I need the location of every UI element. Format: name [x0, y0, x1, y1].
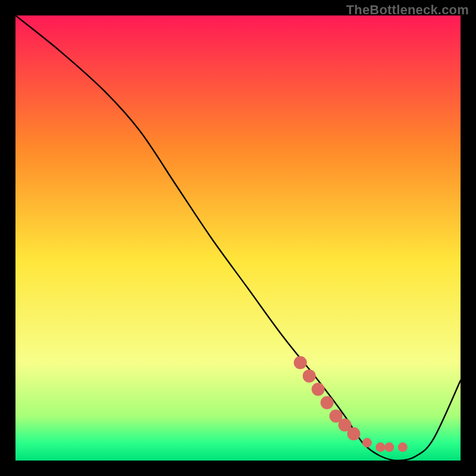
optimal-dot	[375, 443, 385, 452]
optimal-dot	[384, 443, 394, 452]
optimal-dot	[303, 369, 316, 383]
optimal-dot	[312, 383, 325, 396]
optimal-dot	[321, 396, 334, 409]
bottleneck-chart	[15, 15, 461, 461]
chart-stage: TheBottleneck.com	[0, 0, 476, 476]
attribution-label: TheBottleneck.com	[346, 2, 469, 18]
optimal-dot	[347, 427, 360, 440]
optimal-dot	[398, 443, 408, 452]
gradient-background	[15, 15, 461, 461]
optimal-dot	[362, 438, 372, 447]
optimal-dot	[294, 356, 307, 369]
